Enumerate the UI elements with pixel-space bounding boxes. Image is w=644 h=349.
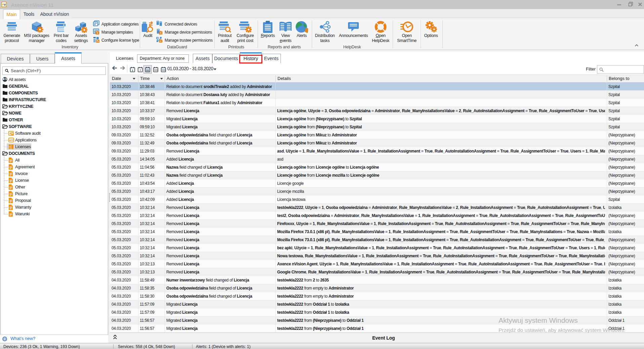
- svg-text:1: 1: [132, 69, 133, 72]
- svg-text:31: 31: [146, 69, 149, 72]
- svg-text:V: V: [4, 3, 6, 6]
- svg-text:7: 7: [139, 69, 141, 72]
- svg-text:APP: APP: [9, 139, 14, 141]
